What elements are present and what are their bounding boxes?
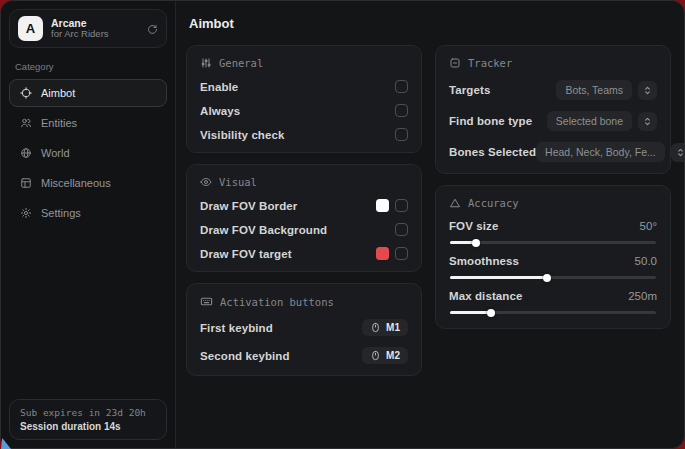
panel-activation-buttons: Activation buttons First keybind M1: [186, 283, 422, 376]
setting-row-smoothness: Smoothness 50.0: [449, 255, 657, 279]
fov-background-checkbox[interactable]: [395, 223, 408, 236]
sidebar-nav: Aimbot Entities: [9, 79, 167, 227]
color-swatch-white[interactable]: [376, 199, 389, 212]
panel-visual: Visual Draw FOV Border Draw FOV Backgrou…: [186, 164, 422, 272]
sidebar-item-entities[interactable]: Entities: [9, 109, 167, 137]
setting-row-max-distance: Max distance 250m: [449, 290, 657, 314]
enable-checkbox[interactable]: [395, 80, 408, 93]
sidebar-item-label: Aimbot: [41, 87, 75, 99]
panel-accuracy: Accuracy FOV size 50°: [435, 185, 671, 329]
chevrons-up-down-icon: [642, 85, 653, 96]
sub-expiry-text: Sub expires in 23d 20h: [20, 407, 156, 418]
page-title: Aimbot: [189, 16, 671, 31]
panel-general: General Enable Always Visibility check: [186, 45, 422, 153]
color-swatch-red[interactable]: [376, 247, 389, 260]
grid-icon: [20, 177, 32, 189]
sidebar-item-label: Miscellaneous: [41, 177, 111, 189]
fov-size-value: 50°: [640, 220, 657, 232]
sidebar-item-miscellaneous[interactable]: Miscellaneous: [9, 169, 167, 197]
sidebar-item-world[interactable]: World: [9, 139, 167, 167]
panel-title: Accuracy: [468, 197, 519, 209]
bone-type-expand-button[interactable]: [638, 112, 657, 131]
app-window: A Arcane for Arc Riders Category: [0, 0, 685, 449]
sidebar: A Arcane for Arc Riders Category: [1, 1, 176, 448]
keyboard-icon: [200, 295, 213, 308]
subscription-box: Sub expires in 23d 20h Session duration …: [9, 399, 167, 440]
gear-icon: [20, 207, 32, 219]
session-duration-text: Session duration 14s: [20, 421, 156, 432]
smoothness-slider[interactable]: [450, 276, 656, 279]
sliders-icon: [200, 57, 212, 69]
setting-row-always: Always: [200, 104, 408, 117]
keybind-button-m2[interactable]: M2: [362, 347, 408, 364]
setting-row-first-keybind: First keybind M1: [200, 319, 408, 336]
smoothness-value: 50.0: [635, 255, 657, 267]
brand-subtitle: for Arc Riders: [51, 29, 138, 40]
bones-selected-dropdown[interactable]: Head, Neck, Body, Fe...: [536, 142, 665, 162]
mouse-icon: [370, 322, 381, 333]
setting-row-fov-size: FOV size 50°: [449, 220, 657, 244]
bone-type-dropdown[interactable]: Selected bone: [547, 111, 632, 131]
fov-size-slider[interactable]: [450, 241, 656, 244]
desktop-backdrop: A Arcane for Arc Riders Category: [0, 0, 685, 449]
targets-expand-button[interactable]: [638, 81, 657, 100]
main-content: Aimbot General: [176, 1, 684, 448]
setting-row-enable: Enable: [200, 80, 408, 93]
max-distance-value: 250m: [628, 290, 657, 302]
chevrons-up-down-icon: [675, 147, 684, 158]
brand-card: A Arcane for Arc Riders: [9, 9, 167, 48]
always-checkbox[interactable]: [395, 104, 408, 117]
sidebar-item-settings[interactable]: Settings: [9, 199, 167, 227]
left-column: General Enable Always Visibility check: [186, 45, 422, 376]
brand-initial: A: [26, 21, 35, 36]
sidebar-item-label: Settings: [41, 207, 81, 219]
globe-icon: [20, 147, 32, 159]
slider-thumb[interactable]: [543, 274, 551, 282]
setting-row-fov-target: Draw FOV target: [200, 247, 408, 260]
triangle-icon: [449, 197, 461, 209]
setting-row-fov-border: Draw FOV Border: [200, 199, 408, 212]
panel-title: Activation buttons: [220, 296, 334, 308]
category-label: Category: [15, 61, 161, 72]
visibility-check-checkbox[interactable]: [395, 128, 408, 141]
fov-border-checkbox[interactable]: [395, 199, 408, 212]
fov-target-checkbox[interactable]: [395, 247, 408, 260]
panel-title: Visual: [219, 176, 257, 188]
panel-title: General: [219, 57, 263, 69]
frame-minus-icon: [449, 57, 461, 69]
crosshair-icon: [20, 87, 32, 99]
setting-row-second-keybind: Second keybind M2: [200, 347, 408, 364]
users-icon: [20, 117, 32, 129]
right-column: Tracker Targets Bots, Teams: [435, 45, 671, 329]
sidebar-spacer: [9, 227, 167, 399]
setting-row-targets: Targets Bots, Teams: [449, 80, 657, 100]
setting-row-fov-background: Draw FOV Background: [200, 223, 408, 236]
sidebar-item-aimbot[interactable]: Aimbot: [9, 79, 167, 107]
brand-logo: A: [18, 16, 43, 41]
brand-text: Arcane for Arc Riders: [51, 17, 138, 40]
mouse-icon: [370, 350, 381, 361]
panel-title: Tracker: [468, 57, 512, 69]
panel-tracker: Tracker Targets Bots, Teams: [435, 45, 671, 174]
chevrons-up-down-icon: [642, 116, 653, 127]
refresh-icon[interactable]: [146, 23, 158, 35]
eye-icon: [200, 176, 212, 188]
targets-dropdown[interactable]: Bots, Teams: [556, 80, 632, 100]
slider-thumb[interactable]: [472, 239, 480, 247]
sidebar-item-label: World: [41, 147, 70, 159]
setting-row-bones-selected: Bones Selected Head, Neck, Body, Fe...: [449, 142, 657, 162]
setting-row-visibility-check: Visibility check: [200, 128, 408, 141]
keybind-button-m1[interactable]: M1: [362, 319, 408, 336]
sidebar-item-label: Entities: [41, 117, 77, 129]
setting-row-find-bone-type: Find bone type Selected bone: [449, 111, 657, 131]
slider-thumb[interactable]: [487, 309, 495, 317]
max-distance-slider[interactable]: [450, 311, 656, 314]
bones-selected-expand-button[interactable]: [671, 143, 684, 162]
